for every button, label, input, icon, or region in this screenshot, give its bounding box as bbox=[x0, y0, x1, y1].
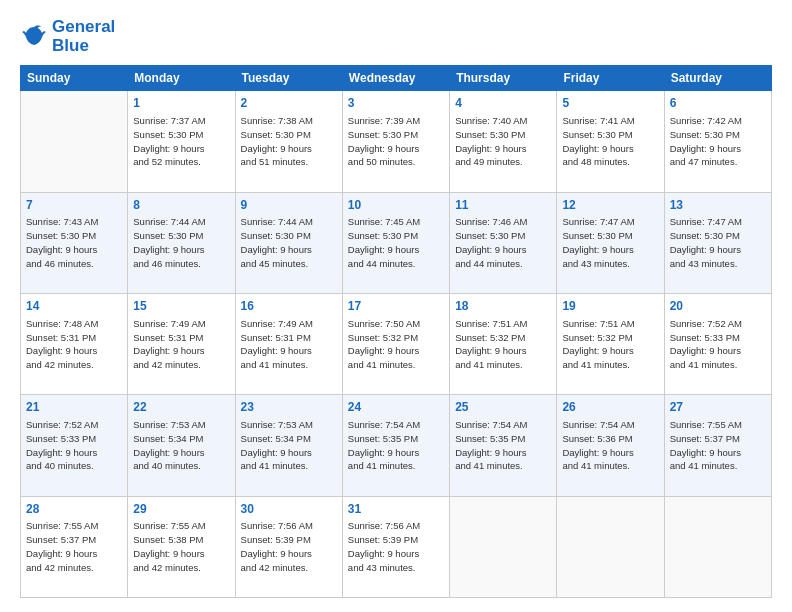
day-cell: 28Sunrise: 7:55 AMSunset: 5:37 PMDayligh… bbox=[21, 496, 128, 597]
week-row-5: 28Sunrise: 7:55 AMSunset: 5:37 PMDayligh… bbox=[21, 496, 772, 597]
day-number: 17 bbox=[348, 298, 444, 315]
day-info: Sunrise: 7:38 AMSunset: 5:30 PMDaylight:… bbox=[241, 114, 337, 169]
day-cell: 26Sunrise: 7:54 AMSunset: 5:36 PMDayligh… bbox=[557, 395, 664, 496]
col-header-monday: Monday bbox=[128, 66, 235, 91]
day-info: Sunrise: 7:50 AMSunset: 5:32 PMDaylight:… bbox=[348, 317, 444, 372]
day-number: 10 bbox=[348, 197, 444, 214]
day-info: Sunrise: 7:44 AMSunset: 5:30 PMDaylight:… bbox=[241, 215, 337, 270]
day-number: 27 bbox=[670, 399, 766, 416]
day-cell: 13Sunrise: 7:47 AMSunset: 5:30 PMDayligh… bbox=[664, 192, 771, 293]
day-cell: 9Sunrise: 7:44 AMSunset: 5:30 PMDaylight… bbox=[235, 192, 342, 293]
day-info: Sunrise: 7:43 AMSunset: 5:30 PMDaylight:… bbox=[26, 215, 122, 270]
day-info: Sunrise: 7:53 AMSunset: 5:34 PMDaylight:… bbox=[133, 418, 229, 473]
day-cell: 20Sunrise: 7:52 AMSunset: 5:33 PMDayligh… bbox=[664, 294, 771, 395]
day-number: 24 bbox=[348, 399, 444, 416]
col-header-wednesday: Wednesday bbox=[342, 66, 449, 91]
day-number: 20 bbox=[670, 298, 766, 315]
logo-icon bbox=[20, 23, 48, 51]
header: General Blue bbox=[20, 18, 772, 55]
day-info: Sunrise: 7:40 AMSunset: 5:30 PMDaylight:… bbox=[455, 114, 551, 169]
day-info: Sunrise: 7:45 AMSunset: 5:30 PMDaylight:… bbox=[348, 215, 444, 270]
day-cell: 21Sunrise: 7:52 AMSunset: 5:33 PMDayligh… bbox=[21, 395, 128, 496]
logo: General Blue bbox=[20, 18, 115, 55]
day-info: Sunrise: 7:39 AMSunset: 5:30 PMDaylight:… bbox=[348, 114, 444, 169]
day-number: 31 bbox=[348, 501, 444, 518]
header-row: SundayMondayTuesdayWednesdayThursdayFrid… bbox=[21, 66, 772, 91]
day-number: 4 bbox=[455, 95, 551, 112]
day-cell: 3Sunrise: 7:39 AMSunset: 5:30 PMDaylight… bbox=[342, 91, 449, 192]
day-info: Sunrise: 7:52 AMSunset: 5:33 PMDaylight:… bbox=[26, 418, 122, 473]
day-cell: 22Sunrise: 7:53 AMSunset: 5:34 PMDayligh… bbox=[128, 395, 235, 496]
day-info: Sunrise: 7:51 AMSunset: 5:32 PMDaylight:… bbox=[562, 317, 658, 372]
day-number: 29 bbox=[133, 501, 229, 518]
week-row-3: 14Sunrise: 7:48 AMSunset: 5:31 PMDayligh… bbox=[21, 294, 772, 395]
day-number: 21 bbox=[26, 399, 122, 416]
col-header-saturday: Saturday bbox=[664, 66, 771, 91]
day-number: 8 bbox=[133, 197, 229, 214]
day-number: 25 bbox=[455, 399, 551, 416]
day-info: Sunrise: 7:56 AMSunset: 5:39 PMDaylight:… bbox=[241, 519, 337, 574]
day-number: 6 bbox=[670, 95, 766, 112]
col-header-tuesday: Tuesday bbox=[235, 66, 342, 91]
day-number: 26 bbox=[562, 399, 658, 416]
day-cell: 29Sunrise: 7:55 AMSunset: 5:38 PMDayligh… bbox=[128, 496, 235, 597]
day-info: Sunrise: 7:49 AMSunset: 5:31 PMDaylight:… bbox=[133, 317, 229, 372]
day-number: 9 bbox=[241, 197, 337, 214]
day-info: Sunrise: 7:52 AMSunset: 5:33 PMDaylight:… bbox=[670, 317, 766, 372]
day-cell: 8Sunrise: 7:44 AMSunset: 5:30 PMDaylight… bbox=[128, 192, 235, 293]
day-cell: 16Sunrise: 7:49 AMSunset: 5:31 PMDayligh… bbox=[235, 294, 342, 395]
day-info: Sunrise: 7:47 AMSunset: 5:30 PMDaylight:… bbox=[670, 215, 766, 270]
day-info: Sunrise: 7:48 AMSunset: 5:31 PMDaylight:… bbox=[26, 317, 122, 372]
day-info: Sunrise: 7:53 AMSunset: 5:34 PMDaylight:… bbox=[241, 418, 337, 473]
col-header-thursday: Thursday bbox=[450, 66, 557, 91]
logo-text: General Blue bbox=[52, 18, 115, 55]
day-info: Sunrise: 7:51 AMSunset: 5:32 PMDaylight:… bbox=[455, 317, 551, 372]
day-info: Sunrise: 7:55 AMSunset: 5:38 PMDaylight:… bbox=[133, 519, 229, 574]
day-number: 28 bbox=[26, 501, 122, 518]
week-row-2: 7Sunrise: 7:43 AMSunset: 5:30 PMDaylight… bbox=[21, 192, 772, 293]
day-info: Sunrise: 7:46 AMSunset: 5:30 PMDaylight:… bbox=[455, 215, 551, 270]
day-info: Sunrise: 7:55 AMSunset: 5:37 PMDaylight:… bbox=[670, 418, 766, 473]
day-cell: 18Sunrise: 7:51 AMSunset: 5:32 PMDayligh… bbox=[450, 294, 557, 395]
day-number: 7 bbox=[26, 197, 122, 214]
day-number: 12 bbox=[562, 197, 658, 214]
day-info: Sunrise: 7:56 AMSunset: 5:39 PMDaylight:… bbox=[348, 519, 444, 574]
day-cell bbox=[21, 91, 128, 192]
day-number: 30 bbox=[241, 501, 337, 518]
day-cell: 11Sunrise: 7:46 AMSunset: 5:30 PMDayligh… bbox=[450, 192, 557, 293]
day-info: Sunrise: 7:47 AMSunset: 5:30 PMDaylight:… bbox=[562, 215, 658, 270]
day-cell: 19Sunrise: 7:51 AMSunset: 5:32 PMDayligh… bbox=[557, 294, 664, 395]
day-info: Sunrise: 7:54 AMSunset: 5:35 PMDaylight:… bbox=[455, 418, 551, 473]
day-info: Sunrise: 7:44 AMSunset: 5:30 PMDaylight:… bbox=[133, 215, 229, 270]
day-info: Sunrise: 7:49 AMSunset: 5:31 PMDaylight:… bbox=[241, 317, 337, 372]
day-cell: 30Sunrise: 7:56 AMSunset: 5:39 PMDayligh… bbox=[235, 496, 342, 597]
day-number: 13 bbox=[670, 197, 766, 214]
col-header-friday: Friday bbox=[557, 66, 664, 91]
day-number: 16 bbox=[241, 298, 337, 315]
day-cell: 15Sunrise: 7:49 AMSunset: 5:31 PMDayligh… bbox=[128, 294, 235, 395]
day-number: 5 bbox=[562, 95, 658, 112]
day-cell: 1Sunrise: 7:37 AMSunset: 5:30 PMDaylight… bbox=[128, 91, 235, 192]
day-number: 1 bbox=[133, 95, 229, 112]
day-number: 2 bbox=[241, 95, 337, 112]
day-cell: 27Sunrise: 7:55 AMSunset: 5:37 PMDayligh… bbox=[664, 395, 771, 496]
day-cell: 5Sunrise: 7:41 AMSunset: 5:30 PMDaylight… bbox=[557, 91, 664, 192]
day-cell: 31Sunrise: 7:56 AMSunset: 5:39 PMDayligh… bbox=[342, 496, 449, 597]
day-cell: 7Sunrise: 7:43 AMSunset: 5:30 PMDaylight… bbox=[21, 192, 128, 293]
day-cell: 4Sunrise: 7:40 AMSunset: 5:30 PMDaylight… bbox=[450, 91, 557, 192]
day-number: 19 bbox=[562, 298, 658, 315]
day-info: Sunrise: 7:54 AMSunset: 5:36 PMDaylight:… bbox=[562, 418, 658, 473]
calendar-page: General Blue SundayMondayTuesdayWednesda… bbox=[0, 0, 792, 612]
calendar-table: SundayMondayTuesdayWednesdayThursdayFrid… bbox=[20, 65, 772, 598]
day-number: 23 bbox=[241, 399, 337, 416]
day-cell bbox=[664, 496, 771, 597]
day-cell: 14Sunrise: 7:48 AMSunset: 5:31 PMDayligh… bbox=[21, 294, 128, 395]
day-info: Sunrise: 7:42 AMSunset: 5:30 PMDaylight:… bbox=[670, 114, 766, 169]
day-cell bbox=[557, 496, 664, 597]
day-cell: 6Sunrise: 7:42 AMSunset: 5:30 PMDaylight… bbox=[664, 91, 771, 192]
day-cell: 12Sunrise: 7:47 AMSunset: 5:30 PMDayligh… bbox=[557, 192, 664, 293]
day-number: 22 bbox=[133, 399, 229, 416]
day-cell: 24Sunrise: 7:54 AMSunset: 5:35 PMDayligh… bbox=[342, 395, 449, 496]
col-header-sunday: Sunday bbox=[21, 66, 128, 91]
day-info: Sunrise: 7:55 AMSunset: 5:37 PMDaylight:… bbox=[26, 519, 122, 574]
